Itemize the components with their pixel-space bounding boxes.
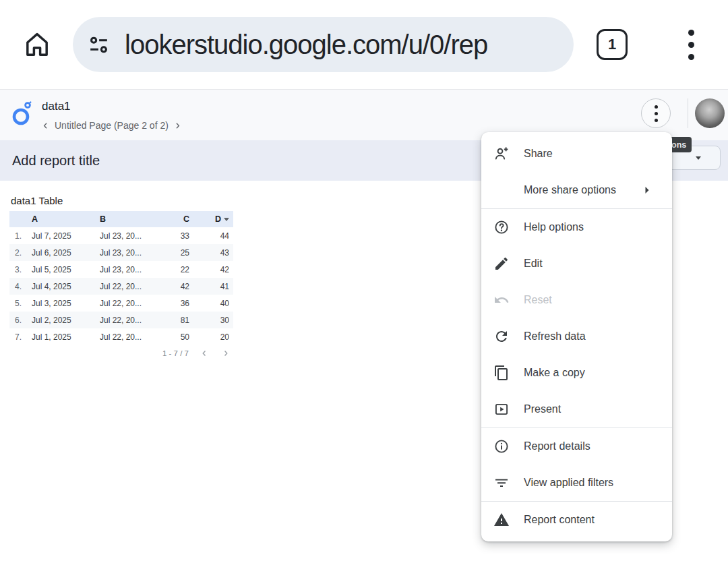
undo-icon [493, 292, 510, 308]
table-row: 1. Jul 7, 2025 Jul 23, 20... 33 44 [9, 227, 233, 244]
more-options-button[interactable] [641, 98, 671, 128]
menu-item-report-details[interactable]: Report details [481, 428, 672, 465]
tooltip-text: ons [671, 140, 686, 150]
chevron-left-icon[interactable] [40, 121, 51, 131]
home-button[interactable] [22, 29, 53, 60]
column-header-c[interactable]: C [155, 214, 192, 224]
menu-item-report-content[interactable]: Report content [481, 502, 672, 538]
table-pagination: 1 - 7 / 7 [9, 345, 233, 361]
pagination-prev-button[interactable] [197, 346, 212, 361]
present-icon [493, 401, 510, 417]
more-options-menu: Share More share options Help options Ed… [481, 132, 672, 541]
copy-icon [493, 365, 510, 381]
header-divider [688, 98, 688, 128]
pencil-icon [493, 256, 510, 272]
home-icon [22, 29, 53, 60]
kebab-icon [655, 105, 658, 122]
table-header-row: A B C D [9, 211, 233, 227]
report-title: data1 [42, 100, 71, 113]
browser-toolbar: lookerstudio.google.com/u/0/rep 1 [0, 0, 728, 90]
chevron-left-icon [200, 349, 209, 358]
pagination-next-button[interactable] [218, 346, 233, 361]
chevron-down-icon [696, 156, 701, 160]
chevron-right-icon [221, 349, 231, 358]
page-navigator[interactable]: Untitled Page (Page 2 of 2) [40, 120, 183, 131]
breadcrumb[interactable]: Untitled Page (Page 2 of 2) [55, 120, 169, 131]
table-row: 2. Jul 6, 2025 Jul 23, 20... 25 43 [9, 244, 233, 261]
url-bar[interactable]: lookerstudio.google.com/u/0/rep [73, 17, 574, 72]
chevron-right-icon[interactable] [173, 121, 183, 131]
menu-item-view-applied-filters[interactable]: View applied filters [481, 465, 672, 501]
menu-item-more-share-options[interactable]: More share options [481, 172, 672, 208]
chart-title: data1 Table [11, 195, 63, 206]
browser-menu-icon[interactable] [686, 27, 697, 63]
avatar[interactable] [695, 98, 725, 128]
table-row: 3. Jul 5, 2025 Jul 23, 20... 22 42 [9, 261, 233, 278]
column-header-d[interactable]: D [192, 214, 233, 224]
help-icon [493, 219, 510, 235]
sort-desc-icon [224, 218, 229, 221]
table-row: 7. Jul 1, 2025 Jul 22, 20... 50 20 [9, 328, 233, 345]
column-header-a[interactable]: A [28, 214, 98, 224]
tab-switcher-button[interactable]: 1 [597, 29, 628, 60]
report-title-placeholder: Add report title [12, 153, 100, 169]
info-icon [493, 438, 510, 454]
data-table: A B C D 1. Jul 7, 2025 Jul 23, 20... 33 … [9, 211, 233, 361]
url-text: lookerstudio.google.com/u/0/rep [125, 30, 556, 60]
menu-item-reset: Reset [481, 282, 672, 318]
menu-item-help-options[interactable]: Help options [481, 209, 672, 245]
filter-icon [493, 475, 510, 491]
submenu-arrow-icon [639, 182, 655, 198]
menu-item-edit[interactable]: Edit [481, 245, 672, 282]
menu-item-present[interactable]: Present [481, 391, 672, 427]
menu-item-make-a-copy[interactable]: Make a copy [481, 355, 672, 391]
refresh-icon [493, 328, 510, 345]
table-row: 5. Jul 3, 2025 Jul 22, 20... 36 40 [9, 295, 233, 312]
site-settings-icon[interactable] [86, 32, 111, 57]
warning-icon [493, 512, 510, 528]
table-row: 4. Jul 4, 2025 Jul 22, 20... 42 41 [9, 278, 233, 295]
person-add-icon [493, 146, 510, 162]
table-row: 6. Jul 2, 2025 Jul 22, 20... 81 30 [9, 312, 233, 328]
menu-item-refresh-data[interactable]: Refresh data [481, 318, 672, 355]
pagination-range: 1 - 7 / 7 [162, 349, 189, 357]
column-header-b[interactable]: B [98, 214, 155, 224]
menu-item-share[interactable]: Share [481, 136, 672, 172]
looker-studio-logo-icon [11, 99, 35, 130]
